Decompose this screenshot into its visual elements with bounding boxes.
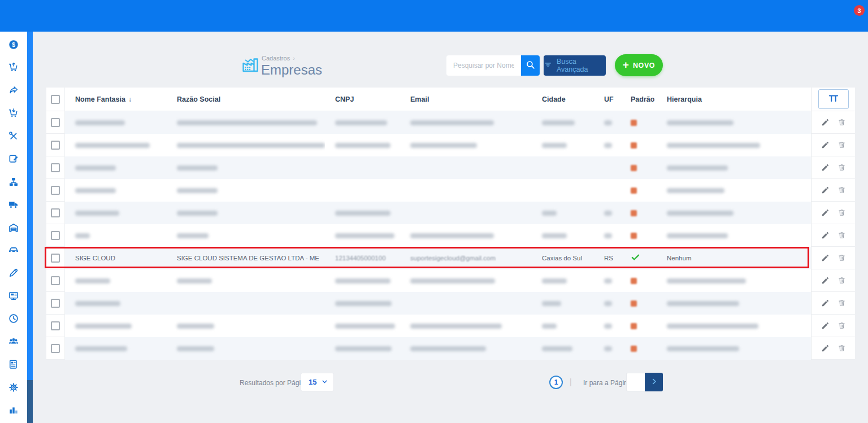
cart-down-icon[interactable] xyxy=(7,107,20,119)
table-row-redacted[interactable] xyxy=(46,179,855,202)
pen-icon[interactable] xyxy=(7,267,20,279)
cell-uf xyxy=(594,134,620,156)
car-icon[interactable] xyxy=(7,244,20,256)
delete-trash-icon[interactable] xyxy=(837,141,846,149)
delete-trash-icon[interactable] xyxy=(837,118,846,127)
table-row-redacted[interactable] xyxy=(46,337,855,360)
column-header-cidade[interactable]: Cidade xyxy=(532,88,594,111)
note-edit-icon[interactable] xyxy=(7,152,20,165)
edit-pencil-icon[interactable] xyxy=(821,208,830,217)
sidebar-scrollbar-thumb[interactable] xyxy=(27,380,33,423)
column-settings-button[interactable] xyxy=(818,89,849,109)
row-checkbox[interactable] xyxy=(51,208,60,217)
org-chart-icon[interactable] xyxy=(7,176,20,188)
select-all-checkbox[interactable] xyxy=(51,95,60,104)
tools-icon[interactable] xyxy=(7,130,20,142)
cell-email xyxy=(400,337,532,360)
table-row-redacted[interactable] xyxy=(46,269,855,292)
edit-pencil-icon[interactable] xyxy=(821,276,830,285)
novo-button[interactable]: + NOVO xyxy=(615,54,663,76)
row-checkbox[interactable] xyxy=(51,321,60,330)
column-header-nome-fantasia[interactable]: Nome Fantasia↓ xyxy=(65,88,167,111)
dollar-icon[interactable]: $ xyxy=(7,38,20,51)
column-header-email[interactable]: Email xyxy=(400,88,532,111)
row-checkbox[interactable] xyxy=(51,186,60,195)
gear-icon[interactable] xyxy=(7,381,20,394)
bar-chart-icon[interactable] xyxy=(7,404,20,416)
current-page-button[interactable]: 1 xyxy=(549,376,563,389)
redacted-text xyxy=(335,233,394,238)
delete-trash-icon[interactable] xyxy=(837,344,846,352)
table-row-redacted[interactable] xyxy=(46,156,855,179)
column-header-razao-social[interactable]: Razão Social xyxy=(167,88,325,111)
delete-trash-icon[interactable] xyxy=(837,163,846,172)
edit-pencil-icon[interactable] xyxy=(821,299,830,307)
page-size-select[interactable]: 15 xyxy=(301,373,334,391)
edit-pencil-icon[interactable] xyxy=(821,231,830,239)
delete-trash-icon[interactable] xyxy=(837,231,846,239)
goto-page-input[interactable] xyxy=(626,373,645,391)
pos-terminal-icon[interactable] xyxy=(7,290,20,302)
table-row-redacted[interactable] xyxy=(46,315,855,337)
redacted-text xyxy=(75,233,90,238)
table-row-redacted[interactable] xyxy=(46,202,855,224)
share-icon[interactable] xyxy=(7,84,20,97)
redacted-text xyxy=(667,143,760,148)
delete-trash-icon[interactable] xyxy=(837,208,846,217)
edit-pencil-icon[interactable] xyxy=(821,344,830,352)
cart-up-icon[interactable] xyxy=(7,61,20,73)
redacted-text xyxy=(75,143,150,148)
edit-pencil-icon[interactable] xyxy=(821,321,830,330)
sidebar: $ xyxy=(0,32,27,423)
column-header-cnpj[interactable]: CNPJ xyxy=(325,88,400,111)
table-row-redacted[interactable] xyxy=(46,224,855,247)
warehouse-icon[interactable] xyxy=(7,221,20,234)
cell-cidade: Caxias do Sul xyxy=(532,247,594,269)
cell-cidade xyxy=(532,292,594,315)
cell-cnpj xyxy=(325,134,400,156)
delete-trash-icon[interactable] xyxy=(837,276,846,285)
row-checkbox[interactable] xyxy=(51,231,60,240)
cell-cnpj xyxy=(325,269,400,292)
row-checkbox[interactable] xyxy=(51,118,60,127)
edit-pencil-icon[interactable] xyxy=(821,163,830,172)
edit-pencil-icon[interactable] xyxy=(821,186,830,194)
delete-trash-icon[interactable] xyxy=(837,254,846,262)
row-checkbox[interactable] xyxy=(51,276,60,285)
table-row-redacted[interactable] xyxy=(46,292,855,315)
notification-badge[interactable]: 3 xyxy=(854,5,865,16)
cell-uf xyxy=(594,224,620,247)
advanced-search-button[interactable]: Busca Avançada xyxy=(544,55,606,76)
row-checkbox[interactable] xyxy=(51,344,60,353)
clock-icon[interactable] xyxy=(7,312,20,325)
default-check-icon xyxy=(631,252,640,264)
truck-icon[interactable] xyxy=(7,198,20,211)
default-flag-icon xyxy=(631,165,637,171)
search-button[interactable] xyxy=(521,55,540,76)
sort-desc-icon[interactable]: ↓ xyxy=(128,95,132,103)
row-checkbox[interactable] xyxy=(51,299,60,308)
delete-trash-icon[interactable] xyxy=(837,299,846,307)
redacted-text xyxy=(177,324,214,329)
row-checkbox[interactable] xyxy=(51,141,60,150)
report-icon[interactable] xyxy=(7,358,20,370)
delete-trash-icon[interactable] xyxy=(837,321,846,330)
column-header-hierarquia[interactable]: Hierarquia xyxy=(654,88,811,111)
cell-cidade xyxy=(532,224,594,247)
table-row-redacted[interactable] xyxy=(46,134,855,156)
row-checkbox[interactable] xyxy=(51,163,60,172)
delete-trash-icon[interactable] xyxy=(837,186,846,194)
table-row-company[interactable]: SIGE CLOUDSIGE CLOUD SISTEMA DE GESTAO L… xyxy=(46,247,855,269)
search-input[interactable] xyxy=(446,55,521,76)
users-icon[interactable] xyxy=(7,335,20,348)
edit-pencil-icon[interactable] xyxy=(821,254,830,262)
goto-page-button[interactable] xyxy=(645,373,663,391)
edit-pencil-icon[interactable] xyxy=(821,118,830,127)
edit-pencil-icon[interactable] xyxy=(821,141,830,149)
sidebar-scrollbar[interactable] xyxy=(27,32,33,423)
column-header-padrao[interactable]: Padrão xyxy=(620,88,654,111)
table-row-redacted[interactable] xyxy=(46,111,855,134)
row-checkbox[interactable] xyxy=(51,254,60,263)
column-header-uf[interactable]: UF xyxy=(594,88,620,111)
breadcrumb[interactable]: Cadastros› xyxy=(262,55,295,62)
